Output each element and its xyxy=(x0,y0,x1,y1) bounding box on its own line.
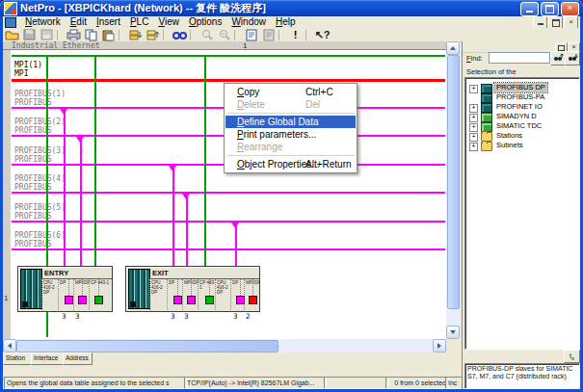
tree-item-simatic-tdc[interactable]: + SIMATIC TDC xyxy=(465,121,577,131)
online-view-button[interactable] xyxy=(172,29,188,41)
ethernet-port-square[interactable] xyxy=(94,296,103,304)
dp-port-square[interactable] xyxy=(173,296,182,304)
menu-edit[interactable]: Edit xyxy=(66,16,92,28)
catalog-profile-button[interactable]: ts xyxy=(564,350,580,363)
entry-ethernet-link[interactable] xyxy=(94,57,96,267)
menu-options[interactable]: Options xyxy=(184,16,226,28)
open-button[interactable] xyxy=(4,29,20,41)
find-next-button[interactable] xyxy=(565,51,580,65)
exit-ethernet-link[interactable] xyxy=(204,57,206,267)
subnet-name-profibus3[interactable]: PROFIBUS(3) xyxy=(14,146,66,155)
tree-item-subnets[interactable]: + Subnets xyxy=(465,141,577,150)
print-button[interactable] xyxy=(66,29,82,41)
menu-network[interactable]: Network xyxy=(20,16,66,28)
tree-item-simadyn-d[interactable]: + SIMADYN D xyxy=(465,112,577,121)
subnet-line-profibus5[interactable] xyxy=(12,221,445,222)
expand-icon[interactable]: + xyxy=(469,143,478,151)
help-cursor-button[interactable]: ↖? xyxy=(314,29,331,41)
paste-button[interactable] xyxy=(100,29,117,41)
maximize-button[interactable] xyxy=(541,2,559,16)
rack-icon xyxy=(128,269,150,309)
ethernet-subnet-label: Industrial Ethernet xyxy=(12,41,100,50)
catalog-panel: × Find: Selection of the + PROFIBUS DP P… xyxy=(462,41,581,389)
column-header-station[interactable]: Station xyxy=(3,353,34,365)
toolbar-separator xyxy=(234,30,240,40)
subnet-name-profibus5[interactable]: PROFIBUS(5) xyxy=(14,203,66,212)
context-item-define-global-data[interactable]: Define Global Data xyxy=(225,116,356,128)
menu-view[interactable]: View xyxy=(153,16,184,28)
station-exit[interactable]: EXIT CPU 416-2 DP DP MPI/DP CP 443-1 CPU… xyxy=(125,266,260,312)
tree-item-profibus-dp[interactable]: + PROFIBUS DP xyxy=(465,83,577,92)
subnet-line-profibus6[interactable] xyxy=(12,248,445,250)
scroll-left-button[interactable] xyxy=(3,339,16,353)
status-message: Opens the global data table assigned to … xyxy=(4,377,187,389)
exit-mpidp-link[interactable] xyxy=(186,194,188,267)
mdi-close-button[interactable]: × xyxy=(564,16,578,29)
mdi-restore-button[interactable] xyxy=(548,16,563,29)
subnet-type-mpi[interactable]: MPI xyxy=(14,69,28,78)
subnet-name-profibus2[interactable]: PROFIBUS(2) xyxy=(14,118,66,126)
ethernet-port-square[interactable] xyxy=(205,296,214,304)
scroll-right-button[interactable] xyxy=(433,339,446,353)
rack-icon xyxy=(20,269,42,309)
entry-dp-link[interactable] xyxy=(64,109,66,267)
object-properties-button[interactable] xyxy=(243,29,259,41)
context-item-rearrange: Rearrange xyxy=(225,141,357,153)
zoom-out-button[interactable] xyxy=(216,29,232,41)
station-name[interactable]: EXIT xyxy=(149,268,259,279)
upload-station-button[interactable] xyxy=(145,29,161,41)
mpidp2-port-square[interactable] xyxy=(249,296,257,304)
dp-port-square[interactable] xyxy=(65,296,73,304)
subnet-name-profibus6[interactable]: PROFIBUS(6) xyxy=(14,231,66,240)
horizontal-scrollbar[interactable] xyxy=(3,339,446,353)
mpidp-port-square[interactable] xyxy=(187,296,196,304)
mpidp-port-square[interactable] xyxy=(78,296,87,304)
subnet-line-mpi[interactable] xyxy=(12,79,445,82)
menu-insert[interactable]: Insert xyxy=(92,16,125,28)
close-button[interactable]: × xyxy=(561,2,579,16)
horizontal-scroll-thumb[interactable] xyxy=(16,340,278,353)
vertical-scrollbar[interactable] xyxy=(446,41,460,339)
module-cell[interactable]: CP 443-1 xyxy=(89,279,113,310)
vertical-scroll-thumb[interactable] xyxy=(447,55,460,309)
column-header-interface[interactable]: Interface xyxy=(31,353,66,365)
column-header-address[interactable]: Address xyxy=(63,353,93,365)
download-station-button[interactable] xyxy=(127,29,144,41)
menu-window[interactable]: Window xyxy=(226,16,271,28)
copy-button[interactable] xyxy=(83,29,99,41)
entry-mpidp-link[interactable] xyxy=(80,137,82,267)
minimize-button[interactable] xyxy=(520,2,539,16)
find-input[interactable] xyxy=(489,52,550,64)
scroll-down-button[interactable] xyxy=(446,326,460,339)
subnet-line-profibus4[interactable] xyxy=(12,192,445,194)
mdi-minimize-button[interactable] xyxy=(533,16,547,29)
station-name[interactable]: ENTRY xyxy=(41,268,112,279)
exit-dp-link[interactable] xyxy=(172,166,174,267)
module-cell[interactable]: CP 443-1 xyxy=(198,279,217,310)
catalog-tree[interactable]: + PROFIBUS DP PROFIBUS-PA + PROFINET IO … xyxy=(464,77,580,350)
tree-item-profinet-io[interactable]: + PROFINET IO xyxy=(465,102,577,112)
context-item-copy[interactable]: Copy Ctrl+C xyxy=(225,86,357,98)
menu-help[interactable]: Help xyxy=(271,16,301,28)
save-compile-button[interactable]: ! xyxy=(287,29,304,41)
dp2-port-square[interactable] xyxy=(236,296,245,304)
catalog-toggle-button[interactable] xyxy=(260,29,277,41)
scroll-up-button[interactable] xyxy=(446,41,460,55)
subnet-name-mpi[interactable]: MPI(1) xyxy=(14,61,42,69)
context-item-print-parameters[interactable]: Print parameters... xyxy=(225,128,357,141)
module-cell[interactable]: CPU 416-2 DP xyxy=(149,279,169,310)
save-as-button[interactable] xyxy=(39,29,55,41)
tree-item-stations[interactable]: + Stations xyxy=(465,131,577,141)
menu-plc[interactable]: PLC xyxy=(125,16,153,28)
subnet-line-ethernet[interactable] xyxy=(12,55,445,57)
exit-dp2-link[interactable] xyxy=(235,222,237,267)
subnet-name-profibus4[interactable]: PROFIBUS(4) xyxy=(14,174,66,183)
find-previous-button[interactable] xyxy=(550,51,566,65)
save-button[interactable] xyxy=(21,29,38,41)
subnet-name-profibus1[interactable]: PROFIBUS(1) xyxy=(14,90,66,98)
tree-item-profibus-pa[interactable]: PROFIBUS-PA xyxy=(465,92,577,102)
zoom-in-button[interactable] xyxy=(199,29,215,41)
context-item-object-properties[interactable]: Object Properties... Alt+Return xyxy=(225,158,357,170)
menu-separator xyxy=(226,113,355,114)
station-entry[interactable]: ENTRY CPU 416-2 DP DP MPI/DP CP 443-1 xyxy=(17,266,113,312)
